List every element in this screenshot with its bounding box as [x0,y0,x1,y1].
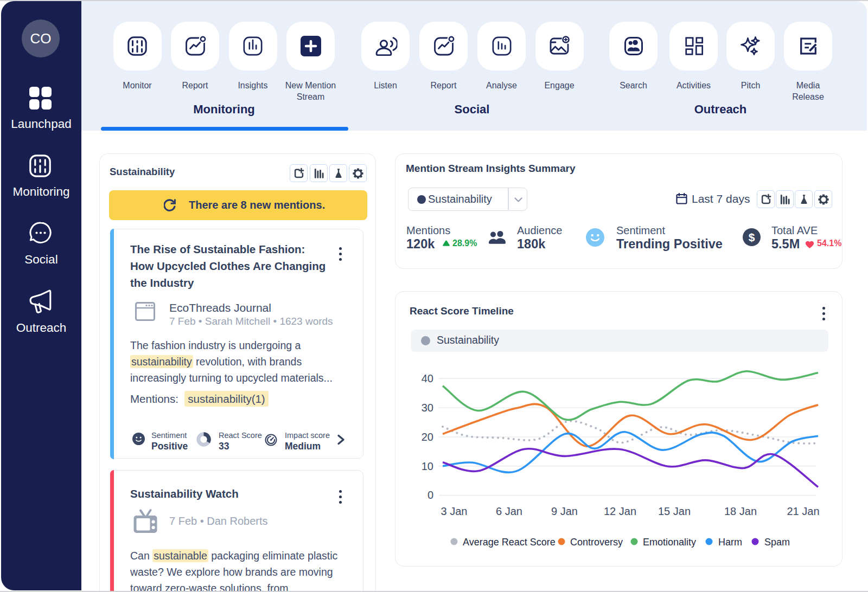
svg-text:Harm: Harm [718,537,742,548]
svg-text:15 Jan: 15 Jan [658,505,691,517]
svg-text:21 Jan: 21 Jan [787,505,819,517]
svg-text:30: 30 [422,402,433,414]
svg-text:18 Jan: 18 Jan [724,505,757,517]
svg-text:9 Jan: 9 Jan [551,505,578,517]
svg-text:0: 0 [427,489,433,501]
svg-text:$: $ [749,231,755,243]
svg-text:Emotionality: Emotionality [643,537,696,548]
svg-text:Controversy: Controversy [570,537,623,548]
svg-text:12 Jan: 12 Jan [604,505,636,517]
svg-text:6 Jan: 6 Jan [496,505,522,517]
svg-text:10: 10 [422,460,433,472]
svg-text:3 Jan: 3 Jan [441,505,468,517]
svg-text:40: 40 [422,372,433,384]
svg-text:Average React Score: Average React Score [463,537,556,548]
svg-text:20: 20 [422,431,433,443]
svg-text:Spam: Spam [764,537,790,548]
